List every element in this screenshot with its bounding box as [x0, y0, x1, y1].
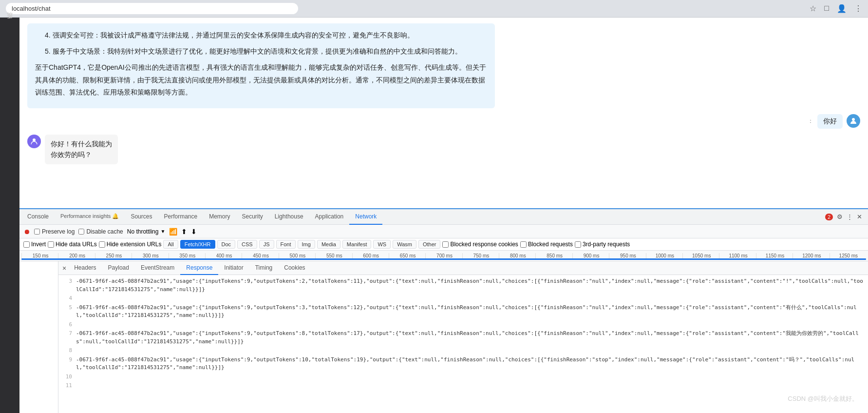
- blocked-requests-label[interactable]: Blocked requests: [520, 241, 573, 248]
- line-num-9: 9: [62, 356, 72, 372]
- user-message-bubble: 你好: [817, 114, 843, 129]
- timeline-ticks: 150 ms 200 ms 250 ms 300 ms 350 ms 400 m…: [21, 253, 866, 258]
- tab-performance-insights[interactable]: Performance insights 🔔: [55, 209, 125, 225]
- invert-text: Invert: [31, 241, 46, 248]
- address-bar[interactable]: localhost/chat: [6, 3, 298, 14]
- download-icon[interactable]: ⬇: [191, 228, 197, 236]
- line-num-11: 11: [62, 382, 72, 390]
- throttling-chevron-icon: ▼: [160, 229, 165, 234]
- response-line-9: 9 -0671-9f6f-ac45-088f47b2ac91","usage":…: [62, 355, 864, 373]
- tab-eventstream[interactable]: EventStream: [135, 261, 180, 275]
- tab-application[interactable]: Application: [309, 209, 350, 225]
- tab-performance[interactable]: Performance: [158, 209, 203, 225]
- filter-manifest[interactable]: Manifest: [342, 240, 372, 249]
- more-icon[interactable]: ⋮: [847, 213, 853, 220]
- blocked-requests-checkbox[interactable]: [520, 241, 527, 248]
- record-icon[interactable]: ⏺: [23, 228, 30, 236]
- hide-data-urls-label[interactable]: Hide data URLs: [48, 241, 97, 248]
- close-devtools-icon[interactable]: ✕: [857, 213, 862, 220]
- filter-media[interactable]: Media: [317, 240, 340, 249]
- blocked-response-cookies-label[interactable]: Blocked response cookies: [442, 241, 518, 248]
- tick-1000: 1000 ms: [646, 253, 682, 258]
- line-num-5: 5: [62, 304, 72, 320]
- star-icon[interactable]: ☆: [810, 4, 816, 13]
- hide-data-urls-checkbox[interactable]: [48, 241, 54, 248]
- wifi-icon[interactable]: 📶: [169, 228, 177, 236]
- blocked-response-cookies-checkbox[interactable]: [442, 241, 449, 248]
- filter-fetch-xhr[interactable]: Fetch/XHR: [180, 240, 215, 249]
- tick-750: 750 ms: [462, 253, 499, 258]
- hide-extension-urls-checkbox[interactable]: [99, 241, 105, 248]
- chat-messages[interactable]: 4. 强调安全可控：我被设计成严格遵守法律法规，并通过阿里云的安全体系保障生成内…: [19, 18, 868, 208]
- right-panel: × Headers Payload EventStream Response I…: [58, 261, 868, 413]
- tab-cookies[interactable]: Cookies: [278, 261, 311, 275]
- browser-icons: ☆ □ 👤 ⋮: [810, 4, 862, 13]
- settings-icon[interactable]: ⚙: [837, 213, 843, 220]
- filter-other[interactable]: Other: [418, 240, 441, 249]
- ext-icon[interactable]: □: [824, 4, 829, 13]
- user-icon[interactable]: 👤: [837, 4, 847, 13]
- filter-wasm[interactable]: Wasm: [393, 240, 416, 249]
- menu-icon[interactable]: ⋮: [854, 4, 862, 13]
- filter-js[interactable]: JS: [259, 240, 274, 249]
- tab-payload[interactable]: Payload: [102, 261, 135, 275]
- tab-timing[interactable]: Timing: [249, 261, 279, 275]
- filter-all[interactable]: All: [163, 240, 178, 249]
- response-line-10: 10: [62, 373, 864, 382]
- filter-row: Invert Hide data URLs Hide extension URL…: [19, 238, 868, 251]
- tab-memory[interactable]: Memory: [203, 209, 236, 225]
- filter-css[interactable]: CSS: [237, 240, 257, 249]
- devtools-tabs: Console Performance insights 🔔 Sources P…: [19, 209, 868, 225]
- alert-badge: 2: [825, 214, 833, 220]
- tab-sources[interactable]: Sources: [125, 209, 158, 225]
- close-panel-button[interactable]: ×: [62, 264, 66, 272]
- tick-1150: 1150 ms: [756, 253, 793, 258]
- tab-lighthouse[interactable]: Lighthouse: [269, 209, 309, 225]
- response-content[interactable]: 3 -0671-9f6f-ac45-088f47b2ac91","usage":…: [58, 275, 868, 413]
- ai-line-5: 5. 服务于中文场景：我特别针对中文场景进行了优化，能更好地理解中文的语境和文化…: [35, 45, 487, 58]
- line-num-3: 3: [62, 277, 72, 294]
- ai-greeting-line-2: 你效劳的吗？: [51, 149, 112, 160]
- tick-1200: 1200 ms: [793, 253, 829, 258]
- user-message-label: ：: [808, 117, 813, 125]
- line-content-9: -0671-9f6f-ac45-088f47b2ac91","usage":{"…: [76, 356, 864, 372]
- filter-font[interactable]: Font: [276, 240, 296, 249]
- tick-350: 350 ms: [169, 253, 205, 258]
- upload-icon[interactable]: ⬆: [181, 228, 187, 236]
- third-party-requests-text: 3rd-party requests: [583, 241, 630, 248]
- preserve-log-label[interactable]: Preserve log: [34, 228, 75, 235]
- response-line-4: 4: [62, 294, 864, 303]
- tick-650: 650 ms: [389, 253, 425, 258]
- tick-1100: 1100 ms: [719, 253, 755, 258]
- ai-greeting-row: 你好！有什么我能为 你效劳的吗？: [27, 135, 860, 164]
- tab-console[interactable]: Console: [21, 209, 55, 225]
- timeline-progress-bar: [21, 258, 866, 260]
- tab-network[interactable]: Network: [349, 209, 382, 225]
- tab-security[interactable]: Security: [236, 209, 269, 225]
- line-num-7: 7: [62, 330, 72, 346]
- tick-1250: 1250 ms: [830, 253, 866, 258]
- tab-initiator[interactable]: Initiator: [218, 261, 249, 275]
- preserve-log-checkbox[interactable]: [34, 229, 40, 235]
- hide-extension-urls-text: Hide extension URLs: [107, 241, 162, 248]
- line-num-10: 10: [62, 373, 72, 381]
- invert-checkbox[interactable]: [23, 241, 30, 248]
- disable-cache-checkbox[interactable]: [78, 229, 84, 235]
- filter-img[interactable]: Img: [298, 240, 315, 249]
- tab-headers[interactable]: Headers: [68, 261, 102, 275]
- disable-cache-label[interactable]: Disable cache: [78, 228, 123, 235]
- tick-850: 850 ms: [535, 253, 572, 258]
- tab-response[interactable]: Response: [180, 261, 218, 275]
- hide-extension-urls-label[interactable]: Hide extension URLs: [99, 241, 162, 248]
- response-line-8: 8: [62, 346, 864, 355]
- ai-avatar: [27, 135, 41, 148]
- third-party-requests-label[interactable]: 3rd-party requests: [575, 241, 630, 248]
- invert-label[interactable]: Invert: [23, 241, 46, 248]
- filter-doc[interactable]: Doc: [217, 240, 236, 249]
- filter-ws[interactable]: WS: [373, 240, 391, 249]
- throttling-select-wrapper[interactable]: No throttling ▼: [127, 228, 166, 235]
- third-party-requests-checkbox[interactable]: [575, 241, 581, 248]
- tick-400: 400 ms: [205, 253, 242, 258]
- throttling-label: No throttling: [127, 228, 159, 235]
- split-panel: × Headers Payload EventStream Response I…: [19, 261, 868, 413]
